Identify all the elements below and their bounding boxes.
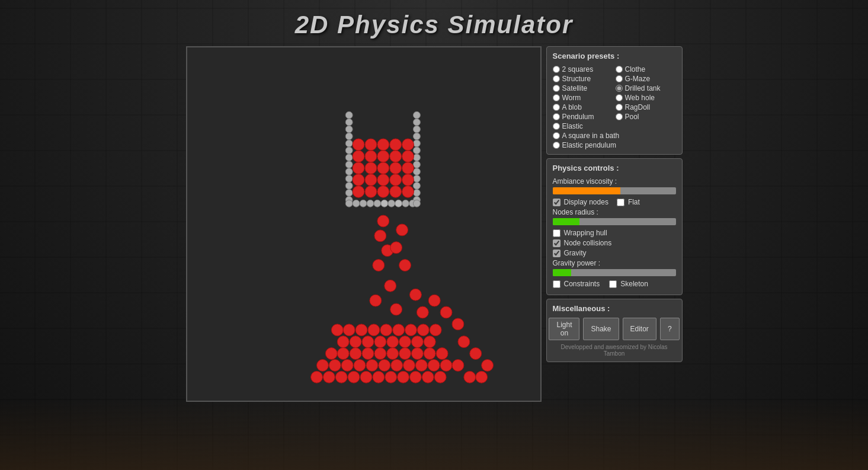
constraints-label: Constraints <box>564 280 600 288</box>
svg-point-38 <box>402 200 409 207</box>
svg-point-35 <box>380 200 387 207</box>
svg-point-46 <box>353 174 364 186</box>
svg-point-121 <box>434 371 446 383</box>
display-nodes-row: Display nodes Flat <box>553 198 676 206</box>
svg-point-119 <box>409 371 421 383</box>
preset-pendulum[interactable]: Pendulum <box>553 113 613 121</box>
skeleton-row: Skeleton <box>609 280 648 288</box>
preset-asquareinabath[interactable]: A square in a bath <box>553 132 676 140</box>
miscellaneous-title: Miscellaneous : <box>553 304 676 313</box>
nodes-radius-slider[interactable] <box>553 218 676 225</box>
app-title: 2D Physics Simulator <box>295 11 574 39</box>
preset-elastic[interactable]: Elastic <box>553 122 613 130</box>
svg-point-59 <box>389 151 401 162</box>
svg-point-118 <box>397 371 409 383</box>
svg-point-50 <box>402 174 414 186</box>
svg-point-7 <box>345 147 353 154</box>
wrapping-hull-checkbox[interactable] <box>553 229 560 237</box>
svg-point-12 <box>345 182 353 189</box>
preset-worm[interactable]: Worm <box>553 94 613 102</box>
preset-elastic-label: Elastic <box>562 122 583 130</box>
miscellaneous-section: Miscellaneous : Light on Shake Editor ? … <box>546 299 683 362</box>
svg-point-76 <box>374 336 386 348</box>
svg-point-58 <box>377 151 389 162</box>
preset-clothe[interactable]: Clothe <box>616 65 676 73</box>
svg-point-60 <box>402 151 414 162</box>
svg-point-51 <box>353 162 364 174</box>
editor-button[interactable]: Editor <box>623 318 656 340</box>
preset-ragdoll[interactable]: RagDoll <box>616 103 676 111</box>
svg-point-71 <box>390 242 402 254</box>
svg-point-17 <box>413 119 420 126</box>
preset-structure[interactable]: Structure <box>553 75 613 83</box>
svg-point-53 <box>377 162 389 174</box>
svg-point-13 <box>345 189 353 196</box>
shake-button[interactable]: Shake <box>583 318 619 340</box>
svg-point-106 <box>390 359 402 371</box>
svg-point-113 <box>335 371 347 383</box>
preset-gmaze[interactable]: G-Maze <box>616 75 676 83</box>
gravity-checkbox[interactable] <box>553 250 560 257</box>
preset-elasticpendulum[interactable]: Elastic pendulum <box>553 141 676 149</box>
svg-point-18 <box>413 126 420 133</box>
preset-2squares-label: 2 squares <box>562 65 594 73</box>
preset-gmaze-label: G-Maze <box>625 75 651 83</box>
display-nodes-checkbox[interactable] <box>553 199 560 206</box>
viscosity-slider[interactable] <box>553 187 676 194</box>
svg-point-63 <box>377 139 389 151</box>
svg-point-49 <box>389 174 401 186</box>
svg-point-33 <box>366 200 373 207</box>
red-balls-inside <box>353 139 414 197</box>
preset-satellite[interactable]: Satellite <box>553 84 613 92</box>
node-collisions-checkbox[interactable] <box>553 239 560 247</box>
svg-point-56 <box>353 151 364 162</box>
svg-point-107 <box>403 359 415 371</box>
skeleton-checkbox[interactable] <box>609 280 617 288</box>
preset-ablob[interactable]: A blob <box>553 103 613 111</box>
physics-controls-title: Physics controls : <box>553 164 676 172</box>
light-button[interactable]: Light on <box>549 318 579 340</box>
svg-point-110 <box>440 359 452 371</box>
preset-webhole[interactable]: Web hole <box>616 94 676 102</box>
svg-point-90 <box>337 348 349 360</box>
svg-point-100 <box>316 359 328 371</box>
svg-point-64 <box>389 139 401 151</box>
svg-point-88 <box>417 324 429 336</box>
svg-point-47 <box>364 174 376 186</box>
svg-point-21 <box>413 147 420 154</box>
help-button[interactable]: ? <box>660 318 680 340</box>
svg-point-40 <box>413 200 420 207</box>
svg-point-5 <box>345 133 353 140</box>
svg-point-31 <box>353 200 360 207</box>
svg-point-8 <box>345 154 353 161</box>
wrapping-hull-row: Wrapping hull <box>553 229 676 237</box>
svg-point-25 <box>413 175 420 183</box>
gravity-power-slider[interactable] <box>553 269 676 276</box>
svg-rect-0 <box>187 47 540 401</box>
preset-drilledtank[interactable]: Drilled tank <box>616 84 676 92</box>
flat-checkbox[interactable] <box>617 199 624 206</box>
svg-point-123 <box>384 280 396 292</box>
preset-2squares[interactable]: 2 squares <box>553 65 613 73</box>
svg-point-65 <box>402 139 414 151</box>
svg-point-2 <box>345 111 353 119</box>
svg-point-82 <box>343 324 355 336</box>
svg-point-115 <box>360 371 372 383</box>
preset-clothe-label: Clothe <box>625 65 646 73</box>
svg-point-134 <box>463 371 475 383</box>
viscosity-label: Ambiance viscosity : <box>553 177 676 186</box>
viscosity-control: Ambiance viscosity : <box>553 177 676 194</box>
presets-grid: 2 squares Clothe Structure G-Maze <box>553 65 676 149</box>
svg-point-41 <box>353 186 364 197</box>
scenario-presets-section: Scenario presets : 2 squares Clothe S <box>546 46 683 155</box>
preset-pool[interactable]: Pool <box>616 113 676 121</box>
svg-point-10 <box>345 168 353 175</box>
svg-point-20 <box>413 140 420 147</box>
preset-pool-label: Pool <box>625 113 639 121</box>
svg-point-133 <box>452 359 464 371</box>
svg-point-103 <box>354 359 366 371</box>
preset-webhole-label: Web hole <box>625 94 655 102</box>
svg-point-79 <box>411 336 423 348</box>
svg-point-98 <box>436 348 448 360</box>
constraints-checkbox[interactable] <box>553 280 560 288</box>
